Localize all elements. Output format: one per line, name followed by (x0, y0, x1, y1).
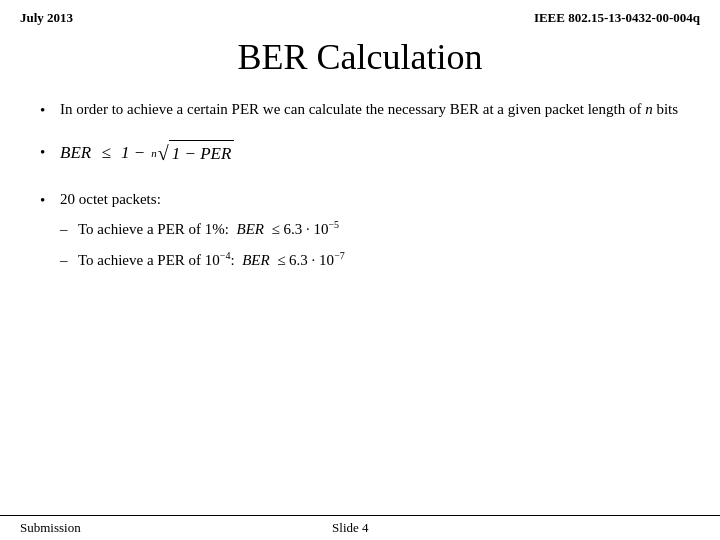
sub-bullets: – To achieve a PER of 1%: BER ≤ 6.3 · 10… (40, 217, 345, 280)
bullet-item-2: • BER ≤ 1 − n √ 1 − PER (40, 140, 680, 167)
dash-1: – (60, 218, 78, 241)
header: July 2013 IEEE 802.15-13-0432-00-004q (0, 0, 720, 26)
sub-text-1: To achieve a PER of 1%: BER ≤ 6.3 · 10−5 (78, 217, 345, 241)
math-n: n (645, 101, 653, 117)
exp-2: −7 (334, 250, 345, 261)
ber-sub1: BER (237, 221, 265, 237)
header-doc-id: IEEE 802.15-13-0432-00-004q (534, 10, 700, 26)
ber-label: BER (60, 140, 91, 166)
bullet-marker-2: • (40, 141, 60, 164)
bullet-marker-3: • (40, 189, 60, 212)
radical-content: 1 − PER (169, 140, 235, 167)
sub-item-1: – To achieve a PER of 1%: BER ≤ 6.3 · 10… (60, 217, 345, 241)
radical-expression: n √ 1 − PER (151, 140, 234, 167)
ber-sub2: BER (242, 252, 270, 268)
one-label: 1 − (121, 140, 145, 166)
footer: Submission Slide 4 (0, 515, 720, 540)
footer-submission: Submission (20, 520, 81, 536)
slide-title: BER Calculation (0, 36, 720, 78)
footer-right-spacer (620, 520, 700, 536)
bullet-text-3: 20 octet packets: (60, 188, 161, 211)
slide-content: • In order to achieve a certain PER we c… (0, 98, 720, 280)
exp-mid: −4 (220, 250, 231, 261)
bullet-item-3: • 20 octet packets: – To achieve a PER o… (40, 188, 680, 280)
dash-2: – (60, 249, 78, 272)
header-date: July 2013 (20, 10, 73, 26)
radical-sign: √ (158, 143, 169, 163)
footer-slide-number: Slide 4 (332, 520, 368, 536)
bullet-marker-1: • (40, 99, 60, 122)
slide: July 2013 IEEE 802.15-13-0432-00-004q BE… (0, 0, 720, 540)
ber-formula: BER ≤ 1 − n √ 1 − PER (60, 140, 234, 167)
bullet-item-1: • In order to achieve a certain PER we c… (40, 98, 680, 122)
sub-item-2: – To achieve a PER of 10−4: BER ≤ 6.3 · … (60, 248, 345, 272)
exp-1: −5 (328, 219, 339, 230)
bullet-text-1: In order to achieve a certain PER we can… (60, 98, 680, 121)
sub-text-2: To achieve a PER of 10−4: BER ≤ 6.3 · 10… (78, 248, 345, 272)
radical-index: n (151, 145, 157, 162)
leq-symbol: ≤ (97, 140, 115, 166)
